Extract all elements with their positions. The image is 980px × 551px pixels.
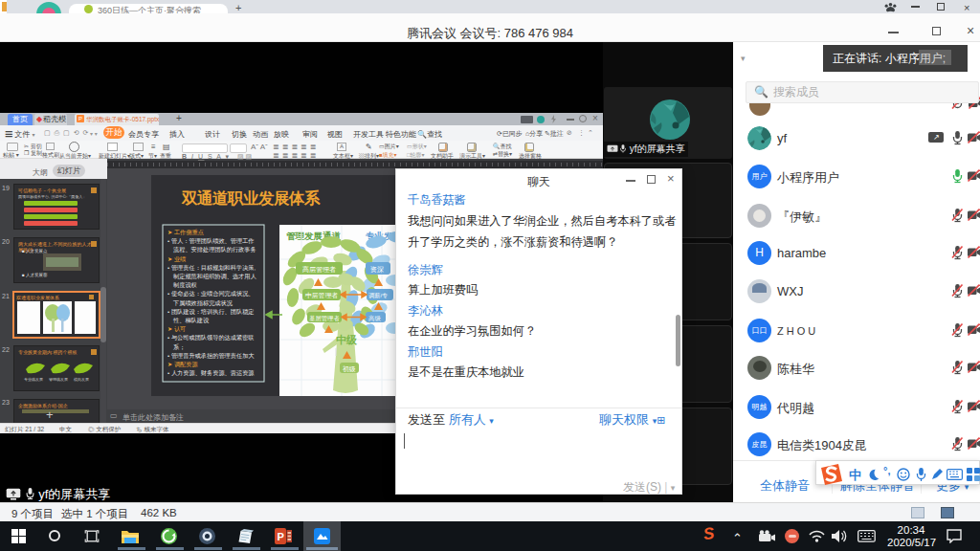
svg-text:制定规范和组织协调、选才用人: 制定规范和组织协调、选才用人: [173, 273, 256, 280]
svg-text:• 管人：管理团队绩效、管理工作: • 管人：管理团队绩效、管理工作: [167, 237, 255, 245]
svg-text:• 管理晋升或承担的管理责任加大: • 管理晋升或承担的管理责任加大: [167, 352, 255, 360]
svg-text:专业线发展: 专业线发展: [24, 377, 43, 382]
svg-text:• 使命必达：业绩合同完成状况、: • 使命必达：业绩合同完成状况、: [167, 290, 255, 298]
svg-text:➤ 调配资源: ➤ 调配资源: [167, 361, 198, 368]
svg-text:P: P: [278, 531, 284, 542]
svg-text:系；: 系；: [173, 343, 185, 351]
svg-text:➤ 认可: ➤ 认可: [167, 325, 186, 332]
svg-text:双通道职业发展体系: 双通道职业发展体系: [181, 189, 321, 207]
svg-text:横向发展: 横向发展: [73, 377, 89, 382]
svg-text:• 与公司或团队领导的达成紧密联: • 与公司或团队领导的达成紧密联: [167, 334, 255, 342]
svg-text:初级: 初级: [342, 365, 356, 372]
svg-text:性、梯队建设: 性、梯队建设: [173, 317, 210, 324]
svg-text:流程、安排处理团队的行政事务: 流程、安排处理团队的行政事务: [173, 246, 256, 253]
svg-text:中级: 中级: [336, 334, 358, 345]
svg-text:基层管理者: 基层管理者: [309, 315, 341, 322]
svg-text:中层管理者: 中层管理者: [305, 292, 338, 299]
svg-text:高层管理者: 高层管理者: [302, 266, 336, 274]
svg-text:➤ 工作侧重点: ➤ 工作侧重点: [167, 229, 204, 236]
svg-text:下属绩效指标完成状况: 下属绩效指标完成状况: [173, 299, 234, 307]
svg-text:资深: 资深: [370, 266, 384, 274]
svg-text:• 团队建设：培训执行、团队稳定: • 团队建设：培训执行、团队稳定: [167, 308, 255, 316]
svg-text:➤ 业绩: ➤ 业绩: [167, 255, 187, 262]
svg-text:• 人力资源、财务资源、营运资源: • 人力资源、财务资源、营运资源: [167, 369, 255, 377]
svg-text:• 管理责任：目标规划和科学决策,: • 管理责任：目标规划和科学决策,: [167, 264, 256, 272]
svg-text:管理线发展: 管理线发展: [49, 377, 68, 382]
svg-text:调薪/专: 调薪/专: [368, 292, 388, 299]
svg-text:高级: 高级: [368, 315, 381, 321]
svg-text:制度设权: 制度设权: [173, 281, 197, 289]
